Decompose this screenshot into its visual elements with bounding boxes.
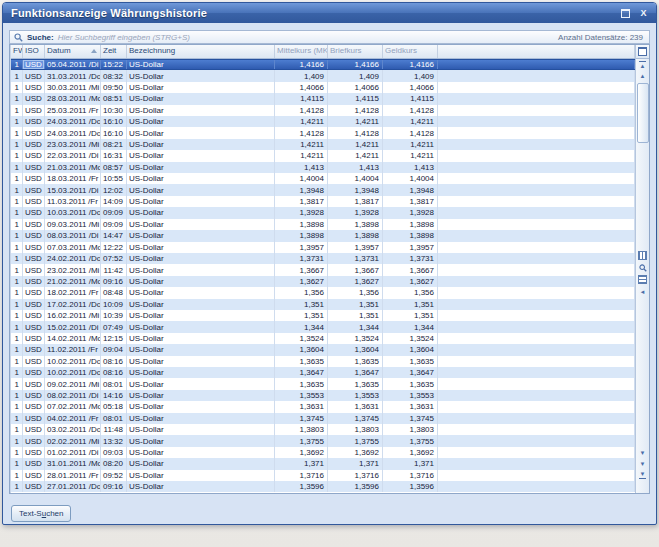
goto-arrow-icon: ◄ <box>640 289 646 295</box>
table-row[interactable]: 1USD09.03.2011 /Mi09:09US-Dollar1,38981,… <box>11 219 635 230</box>
table-row[interactable]: 1USD24.03.2011 /Do16:10US-Dollar1,41281,… <box>11 127 635 138</box>
table-row[interactable]: 1USD18.02.2011 /Fr08:48US-Dollar1,3561,3… <box>11 287 635 298</box>
cell-geldkurs: 1,3627 <box>383 276 438 287</box>
cell-bezeichnung: US-Dollar <box>127 196 275 207</box>
table-row[interactable]: 1USD05.04.2011 /Di15:22US-Dollar1,41661,… <box>11 59 635 70</box>
scroll-to-top-button[interactable]: ▲ <box>636 59 649 70</box>
table-row[interactable]: 1USD10.02.2011 /Do08:16US-Dollar1,36471,… <box>11 367 635 378</box>
table-row[interactable]: 1USD24.02.2011 /Do07:52US-Dollar1,37311,… <box>11 253 635 264</box>
cell-datum: 27.01.2011 /Do <box>45 481 101 492</box>
cell-briefkurs: 1,3553 <box>328 390 383 401</box>
table-row[interactable]: 1USD03.02.2011 /Do11:48US-Dollar1,38031,… <box>11 424 635 435</box>
table-row[interactable]: 1USD22.03.2011 /Di16:31US-Dollar1,42111,… <box>11 150 635 161</box>
table-row[interactable]: 1USD04.02.2011 /Fr08:01US-Dollar1,37451,… <box>11 413 635 424</box>
table-row[interactable]: 1USD11.03.2011 /Fr14:09US-Dollar1,38171,… <box>11 196 635 207</box>
rail-columns-button[interactable] <box>636 250 649 261</box>
text-search-button[interactable]: Text-Suchen <box>11 505 71 522</box>
rail-goto-button[interactable]: ◄ <box>636 286 649 297</box>
cell-mittelkurs: 1,3631 <box>275 401 328 412</box>
maximize-button[interactable] <box>618 6 633 20</box>
cell-iso: USD <box>23 162 45 173</box>
cell-briefkurs: 1,4004 <box>328 173 383 184</box>
column-header-iso[interactable]: ISO <box>23 45 45 58</box>
table-row[interactable]: 1USD15.03.2011 /Di12:02US-Dollar1,39481,… <box>11 184 635 195</box>
scroll-up-button[interactable]: ▲ <box>636 70 649 81</box>
cell-datum: 24.03.2011 /Do <box>45 116 101 127</box>
cell-filler <box>438 127 635 138</box>
table-row[interactable]: 1USD07.02.2011 /Mo05:18US-Dollar1,36311,… <box>11 401 635 412</box>
table-row[interactable]: 1USD28.01.2011 /Fr09:52US-Dollar1,37161,… <box>11 470 635 481</box>
table-row[interactable]: 1USD17.02.2011 /Do10:09US-Dollar1,3511,3… <box>11 299 635 310</box>
table-row[interactable]: 1USD31.01.2011 /Mo08:20US-Dollar1,3711,3… <box>11 458 635 469</box>
column-header-bezeichnung[interactable]: Bezeichnung <box>127 45 275 58</box>
cell-bezeichnung: US-Dollar <box>127 310 275 321</box>
cell-briefkurs: 1,4128 <box>328 105 383 116</box>
table-row[interactable]: 1USD30.03.2011 /Mi09:50US-Dollar1,40661,… <box>11 82 635 93</box>
cell-iso: USD <box>23 70 45 81</box>
table-row[interactable]: 1USD09.02.2011 /Mi08:01US-Dollar1,36351,… <box>11 378 635 389</box>
rail-list-button[interactable] <box>636 274 649 285</box>
table-row[interactable]: 1USD11.02.2011 /Fr09:04US-Dollar1,36041,… <box>11 344 635 355</box>
cell-datum: 22.03.2011 /Di <box>45 150 101 161</box>
cell-filler <box>438 242 635 253</box>
table-row[interactable]: 1USD14.02.2011 /Mo12:15US-Dollar1,35241,… <box>11 333 635 344</box>
table-row[interactable]: 1USD16.02.2011 /Mi10:39US-Dollar1,3511,3… <box>11 310 635 321</box>
cell-briefkurs: 1,4211 <box>328 116 383 127</box>
titlebar[interactable]: Funktionsanzeige Währungshistorie X <box>3 3 656 23</box>
cell-geldkurs: 1,4211 <box>383 116 438 127</box>
table-row[interactable]: 1USD10.02.2011 /Do08:16US-Dollar1,36351,… <box>11 356 635 367</box>
table-row[interactable]: 1USD10.03.2011 /Do09:09US-Dollar1,39281,… <box>11 207 635 218</box>
table-row[interactable]: 1USD15.02.2011 /Di07:49US-Dollar1,3441,3… <box>11 321 635 332</box>
table-row[interactable]: 1USD28.03.2011 /Mo08:51US-Dollar1,41151,… <box>11 93 635 104</box>
cell-geldkurs: 1,3898 <box>383 219 438 230</box>
cell-bezeichnung: US-Dollar <box>127 333 275 344</box>
cell-zeit: 08:01 <box>101 413 127 424</box>
table-row[interactable]: 1USD27.01.2011 /Do09:16US-Dollar1,35961,… <box>11 481 635 492</box>
cell-bezeichnung: US-Dollar <box>127 82 275 93</box>
table-row[interactable]: 1USD23.03.2011 /Mi08:21US-Dollar1,42111,… <box>11 139 635 150</box>
cell-datum: 31.01.2011 /Mo <box>45 458 101 469</box>
cell-zeit: 07:52 <box>101 253 127 264</box>
magnifier-icon <box>639 264 647 272</box>
search-bar[interactable]: Suche: Hier Suchbegriff eingeben (STRG+S… <box>9 30 650 44</box>
table-row[interactable]: 1USD18.03.2011 /Fr10:55US-Dollar1,40041,… <box>11 173 635 184</box>
cell-geldkurs: 1,3928 <box>383 207 438 218</box>
cell-zeit: 08:51 <box>101 93 127 104</box>
cell-geldkurs: 1,3731 <box>383 253 438 264</box>
scroll-page-down-button[interactable]: ▼ <box>636 458 649 469</box>
table-row[interactable]: 1USD07.03.2011 /Mo12:22US-Dollar1,39571,… <box>11 242 635 253</box>
cell-mittelkurs: 1,3898 <box>275 219 328 230</box>
table-row[interactable]: 1USD25.03.2011 /Fr10:30US-Dollar1,41281,… <box>11 105 635 116</box>
column-header-geldkurs[interactable]: Geldkurs <box>383 45 438 58</box>
cell-iso: USD <box>23 435 45 446</box>
table-row[interactable]: 1USD21.02.2011 /Mo09:16US-Dollar1,36271,… <box>11 276 635 287</box>
column-header-mittelkurs[interactable]: Mittelkurs (MK) <box>275 45 328 58</box>
cell-iso: USD <box>23 196 45 207</box>
cell-fw: 1 <box>11 196 23 207</box>
column-header-datum[interactable]: Datum <box>45 45 101 58</box>
scroll-to-bottom-button[interactable]: ▼ <box>636 469 649 480</box>
cell-datum: 21.03.2011 /Mo <box>45 162 101 173</box>
cell-bezeichnung: US-Dollar <box>127 150 275 161</box>
close-button[interactable]: X <box>636 6 651 20</box>
table-row[interactable]: 1USD08.02.2011 /Di14:16US-Dollar1,35531,… <box>11 390 635 401</box>
cell-iso: USD <box>23 447 45 458</box>
cell-filler <box>438 150 635 161</box>
cell-iso: USD <box>23 299 45 310</box>
column-header-briefkurs[interactable]: Briefkurs <box>328 45 383 58</box>
column-chooser-button[interactable] <box>636 45 649 59</box>
search-input[interactable]: Hier Suchbegriff eingeben (STRG+S) <box>58 33 554 42</box>
table-row[interactable]: 1USD24.03.2011 /Do16:10US-Dollar1,42111,… <box>11 116 635 127</box>
table-row[interactable]: 1USD08.03.2011 /Di14:47US-Dollar1,38981,… <box>11 230 635 241</box>
table-row[interactable]: 1USD23.02.2011 /Mi11:42US-Dollar1,36671,… <box>11 264 635 275</box>
table-row[interactable]: 1USD01.02.2011 /Di09:03US-Dollar1,36921,… <box>11 447 635 458</box>
rail-search-button[interactable] <box>636 262 649 273</box>
cell-geldkurs: 1,3755 <box>383 435 438 446</box>
column-header-fw[interactable]: FW <box>11 45 23 58</box>
scrollbar-thumb[interactable] <box>637 83 649 143</box>
scroll-down-button[interactable]: ▼ <box>636 447 649 458</box>
column-header-zeit[interactable]: Zeit <box>101 45 127 58</box>
table-row[interactable]: 1USD02.02.2011 /Mi13:32US-Dollar1,37551,… <box>11 435 635 446</box>
table-row[interactable]: 1USD31.03.2011 /Do08:32US-Dollar1,4091,4… <box>11 70 635 81</box>
table-row[interactable]: 1USD21.03.2011 /Mo08:57US-Dollar1,4131,4… <box>11 162 635 173</box>
